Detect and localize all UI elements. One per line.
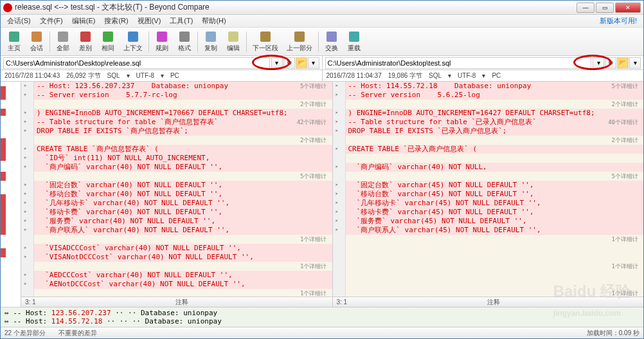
code-line[interactable]: `几年移动卡` varchar(45) NOT NULL DEFAULT '', xyxy=(333,199,644,208)
code-line[interactable]: `移动卡费` varchar(40) NOT NULL DEFAULT '', xyxy=(21,208,332,217)
code-line[interactable]: -- Server version 5.6.25-log xyxy=(333,91,644,100)
right-code-area[interactable]: -- Host: 114.55.72.18 Database: unionpay… xyxy=(333,82,644,297)
close-button[interactable]: ✕ xyxy=(615,3,641,13)
toolbar-reload[interactable]: 重载 xyxy=(343,29,365,54)
left-encoding[interactable]: UTF-8 xyxy=(136,72,154,79)
code-line[interactable]: -- Server version 5.7.7-rc-log xyxy=(21,91,332,100)
code-line[interactable]: -- Table structure for table `已录入商户信息表`4… xyxy=(333,118,644,127)
code-line[interactable]: `VISADCCCost` varchar(40) NOT NULL DEFAU… xyxy=(21,244,332,253)
code-line[interactable] xyxy=(333,244,644,253)
code-line[interactable]: 2个详细计 xyxy=(21,100,332,109)
overview-gutter[interactable] xyxy=(1,82,21,307)
code-line[interactable]: 2个详细计 xyxy=(333,136,644,145)
right-lang[interactable]: SQL xyxy=(429,72,442,79)
toolbar-context[interactable]: 上下文 xyxy=(120,29,147,54)
code-line[interactable] xyxy=(333,271,644,280)
toolbar-prev-sec[interactable]: 上一部分 xyxy=(283,29,316,54)
code-line[interactable]: DROP TABLE IF EXISTS `已录入商户信息表`; xyxy=(333,127,644,136)
code-line[interactable]: CREATE TABLE `已录入商户信息表` ( xyxy=(333,145,644,154)
toolbar-edit[interactable]: 编辑 xyxy=(222,29,244,54)
code-line[interactable]: `服务费` varchar(40) NOT NULL DEFAULT '', xyxy=(21,217,332,226)
code-line[interactable] xyxy=(333,280,644,289)
code-line[interactable]: `商户编码` varchar(40) NOT NULL DEFAULT '', xyxy=(21,163,332,172)
toolbar-all[interactable]: 全部 xyxy=(52,29,74,54)
code-line[interactable]: 1个详细计 xyxy=(333,289,644,297)
code-line[interactable] xyxy=(333,154,644,163)
right-path-dropdown[interactable]: ▾ xyxy=(593,57,604,69)
left-lang[interactable]: SQL xyxy=(107,72,120,79)
code-line[interactable]: `固定台数` varchar(40) NOT NULL DEFAULT '', xyxy=(21,181,332,190)
left-refresh-icon[interactable]: ↻ xyxy=(283,57,295,69)
code-line[interactable]: `AEDCCCost` varchar(40) NOT NULL DEFAULT… xyxy=(21,271,332,280)
code-line[interactable]: 1个详细计 xyxy=(21,235,332,244)
line-gutter xyxy=(333,100,346,109)
code-line[interactable]: CREATE TABLE `商户信息暂存表` ( xyxy=(21,145,332,154)
code-line[interactable]: 2个详细计 xyxy=(21,136,332,145)
code-line[interactable]: ) ENGINE=InnoDB AUTO_INCREMENT=16427 DEF… xyxy=(333,109,644,118)
code-line[interactable]: 1个详细计 xyxy=(333,235,644,244)
toolbar-copy[interactable]: 复制 xyxy=(200,29,222,54)
code-line[interactable]: `固定台数` varchar(45) NOT NULL DEFAULT '', xyxy=(333,181,644,190)
right-encoding[interactable]: UTF-8 xyxy=(458,72,476,79)
menu-edit[interactable]: 编辑(E) xyxy=(68,15,100,27)
toolbar-format[interactable]: 格式 xyxy=(174,29,195,54)
right-platform[interactable]: PC xyxy=(492,72,501,79)
menu-session[interactable]: 会话(S) xyxy=(3,15,35,27)
new-version-link[interactable]: 新版本可用! xyxy=(600,16,641,26)
left-code-area[interactable]: -- Host: 123.56.207.237 Database: unionp… xyxy=(21,82,332,297)
code-line[interactable]: `几年移动卡` varchar(40) NOT NULL DEFAULT '', xyxy=(21,199,332,208)
code-line[interactable] xyxy=(333,253,644,262)
left-date: 2016/7/28 11:04:43 xyxy=(4,72,60,79)
left-path-menu[interactable]: ▾ xyxy=(308,57,319,69)
right-path-menu[interactable]: ▾ xyxy=(629,57,641,69)
toolbar-swap[interactable]: 交换 xyxy=(321,29,343,54)
menu-view[interactable]: 视图(V) xyxy=(134,15,165,27)
code-line[interactable]: -- Table structure for table `商户信息暂存表`42… xyxy=(21,118,332,127)
toolbar-home[interactable]: 主页 xyxy=(3,29,25,54)
code-line[interactable]: 5个详细计 xyxy=(21,172,332,181)
line-text: `商户联系人` varchar(40) NOT NULL DEFAULT '', xyxy=(34,226,332,235)
code-line[interactable]: `服务费` varchar(45) NOT NULL DEFAULT '', xyxy=(333,217,644,226)
line-text xyxy=(34,235,332,244)
section-label: 5个详细计 xyxy=(300,172,326,181)
menu-search[interactable]: 搜索(R) xyxy=(100,15,132,27)
minimize-button[interactable]: — xyxy=(577,3,595,13)
code-line[interactable]: 2个详细计 xyxy=(333,100,644,109)
code-line[interactable]: -- Host: 114.55.72.18 Database: unionpay… xyxy=(333,82,644,91)
code-line[interactable]: `商户编码` varchar(40) NOT NULL, xyxy=(333,163,644,172)
code-line[interactable]: `ID号` int(11) NOT NULL AUTO_INCREMENT, xyxy=(21,154,332,163)
code-line[interactable]: ) ENGINE=InnoDB AUTO_INCREMENT=170667 DE… xyxy=(21,109,332,118)
toolbar-next-sec[interactable]: 下一区段 xyxy=(249,29,282,54)
right-path-input[interactable] xyxy=(325,57,592,69)
menu-file[interactable]: 文件(F) xyxy=(36,15,67,27)
left-path-input[interactable] xyxy=(3,57,270,69)
code-line[interactable]: 5个详细计 xyxy=(333,172,644,181)
left-path-dropdown[interactable]: ▾ xyxy=(271,57,283,69)
code-line[interactable]: 1个详细计 xyxy=(333,262,644,271)
code-line[interactable]: -- Host: 123.56.207.237 Database: unionp… xyxy=(21,82,332,91)
code-line[interactable]: `移动台数` varchar(45) NOT NULL DEFAULT '', xyxy=(333,190,644,199)
code-line[interactable]: `移动卡费` varchar(45) NOT NULL DEFAULT '', xyxy=(333,208,644,217)
menu-help[interactable]: 帮助(H) xyxy=(198,15,229,27)
menu-tools[interactable]: 工具(T) xyxy=(166,15,197,27)
left-browse-button[interactable]: 📂 xyxy=(296,57,307,69)
code-line[interactable]: `VISANotDCCCost` varchar(40) NOT NULL DE… xyxy=(21,253,332,262)
code-line[interactable]: `移动台数` varchar(40) NOT NULL DEFAULT '', xyxy=(21,190,332,199)
maximize-button[interactable]: ▭ xyxy=(596,3,614,13)
code-line[interactable]: 1个详细计 xyxy=(21,262,332,271)
code-line[interactable]: `商户联系人` varchar(40) NOT NULL DEFAULT '', xyxy=(21,226,332,235)
line-gutter xyxy=(21,181,34,190)
right-refresh-icon[interactable]: ↻ xyxy=(605,57,616,69)
code-line[interactable]: 1个详细计 xyxy=(21,289,332,297)
code-line[interactable]: `商户联系人` varchar(45) NOT NULL DEFAULT '', xyxy=(333,226,644,235)
code-line[interactable]: `AENotDCCCost` varchar(40) NOT NULL DEFA… xyxy=(21,280,332,289)
code-line[interactable]: DROP TABLE IF EXISTS `商户信息暂存表`; xyxy=(21,127,332,136)
left-platform[interactable]: PC xyxy=(170,72,179,79)
toolbar-label: 编辑 xyxy=(227,44,240,53)
line-text xyxy=(346,280,644,289)
toolbar-rules[interactable]: 规则 xyxy=(151,29,173,54)
toolbar-same[interactable]: 相同 xyxy=(97,29,119,54)
right-browse-button[interactable]: 📂 xyxy=(617,57,629,69)
toolbar-session[interactable]: 会话 xyxy=(26,29,48,54)
toolbar-diff[interactable]: 差别 xyxy=(75,29,96,54)
